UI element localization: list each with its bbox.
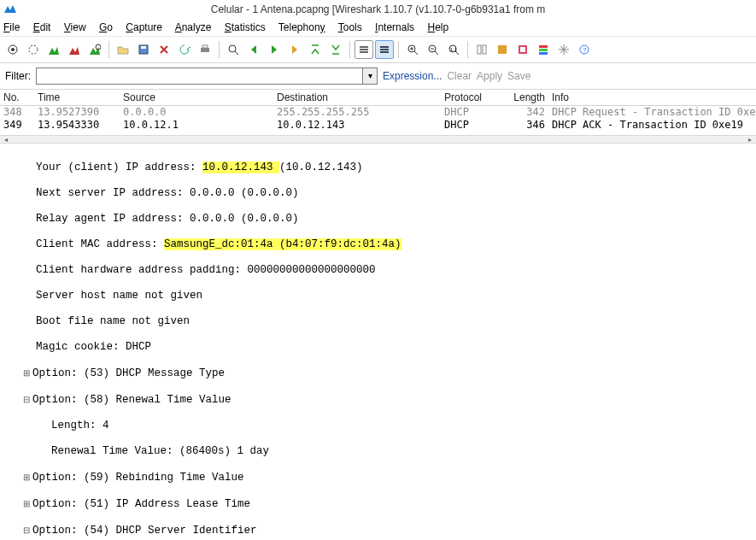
svg-rect-9: [360, 46, 368, 48]
expand-icon[interactable]: ⊞: [21, 471, 32, 484]
save-filter-button[interactable]: Save: [507, 70, 530, 82]
svg-rect-6: [201, 48, 209, 52]
svg-rect-5: [141, 46, 146, 49]
svg-rect-19: [478, 45, 481, 54]
scroll-right-icon[interactable]: ▸: [744, 136, 756, 143]
filter-toolbar: Filter: ▾ Expression... Clear Apply Save: [0, 63, 756, 90]
coloring-rules-icon[interactable]: [534, 40, 553, 59]
menu-edit[interactable]: Edit: [33, 21, 51, 33]
svg-rect-10: [360, 49, 368, 50]
detail-row[interactable]: Your (client) IP address: 10.0.12.143 (1…: [5, 161, 756, 174]
menu-tools[interactable]: Tools: [338, 21, 362, 33]
separator: [349, 41, 350, 58]
filter-dropdown-button[interactable]: ▾: [362, 68, 378, 85]
svg-rect-7: [202, 45, 208, 48]
close-icon[interactable]: [155, 40, 173, 59]
display-filters-icon[interactable]: [513, 40, 532, 59]
zoom-reset-icon[interactable]: 1:1: [444, 40, 463, 59]
goto-icon[interactable]: [285, 40, 304, 59]
back-icon[interactable]: [244, 40, 263, 59]
separator: [108, 41, 109, 58]
menu-go[interactable]: Go: [99, 21, 113, 33]
menu-analyze[interactable]: Analyze: [175, 21, 212, 33]
interfaces-icon[interactable]: [3, 40, 22, 59]
collapse-icon[interactable]: ⊟: [21, 524, 32, 537]
find-icon[interactable]: [224, 40, 243, 59]
print-icon[interactable]: [196, 40, 214, 59]
col-info[interactable]: Info: [548, 90, 756, 105]
detail-row[interactable]: Magic cookie: DHCP: [5, 341, 756, 354]
reload-icon[interactable]: [175, 40, 194, 59]
packet-list[interactable]: 348 13.9527390 0.0.0.0 255.255.255.255 D…: [0, 106, 756, 135]
start-capture-icon[interactable]: [44, 40, 63, 59]
packet-detail-tree[interactable]: Your (client) IP address: 10.0.12.143 (1…: [0, 144, 756, 540]
forward-icon[interactable]: [265, 40, 284, 59]
menu-help[interactable]: Help: [427, 21, 448, 33]
svg-text:1:1: 1:1: [450, 47, 458, 52]
svg-rect-12: [380, 46, 389, 48]
svg-rect-26: [539, 52, 548, 55]
col-protocol[interactable]: Protocol: [441, 90, 501, 105]
stop-capture-icon[interactable]: [65, 40, 84, 59]
expand-icon[interactable]: ⊞: [21, 367, 32, 379]
toolbar: 1:1 ?: [0, 37, 756, 63]
col-destination[interactable]: Destination: [273, 90, 441, 105]
tree-node[interactable]: ⊟Option: (58) Renewal Time Value: [5, 393, 756, 407]
svg-rect-11: [360, 51, 368, 53]
svg-rect-20: [483, 45, 486, 54]
col-no[interactable]: No.: [0, 90, 34, 105]
col-length[interactable]: Length: [501, 90, 548, 105]
collapse-icon[interactable]: ⊟: [21, 393, 32, 406]
capture-filters-icon[interactable]: [493, 40, 512, 59]
zoom-out-icon[interactable]: [424, 40, 442, 59]
help-icon[interactable]: ?: [575, 40, 594, 59]
filter-label: Filter:: [5, 70, 31, 82]
expand-icon[interactable]: ⊞: [21, 497, 32, 510]
menu-telephony[interactable]: Telephony: [278, 21, 325, 33]
detail-row[interactable]: Server host name not given: [5, 290, 756, 302]
detail-row[interactable]: Next server IP address: 0.0.0.0 (0.0.0.0…: [5, 187, 756, 200]
clear-button[interactable]: Clear: [447, 70, 472, 82]
wireshark-logo-icon: [3, 2, 17, 19]
scroll-left-icon[interactable]: ◂: [0, 136, 12, 143]
menu-capture[interactable]: Capture: [126, 21, 162, 33]
detail-row[interactable]: Boot file name not given: [5, 315, 756, 328]
detail-row[interactable]: Relay agent IP address: 0.0.0.0 (0.0.0.0…: [5, 213, 756, 226]
first-icon[interactable]: [306, 40, 325, 59]
tree-node[interactable]: ⊞Option: (53) DHCP Message Type: [5, 367, 756, 380]
tree-node[interactable]: ⊟Option: (54) DHCP Server Identifier: [5, 524, 756, 537]
detail-row[interactable]: Client hardware address padding: 0000000…: [5, 264, 756, 277]
window-titlebar: Celular - 1 Antena.pcapng [Wireshark 1.1…: [0, 0, 756, 19]
col-time[interactable]: Time: [34, 90, 120, 105]
options-icon[interactable]: [24, 40, 43, 59]
menubar: FFileile Edit View Go Capture Analyze St…: [0, 19, 756, 37]
menu-statistics[interactable]: Statistics: [225, 21, 266, 33]
menu-view[interactable]: View: [64, 21, 86, 33]
colorize-icon[interactable]: [355, 40, 373, 59]
open-icon[interactable]: [114, 40, 132, 59]
detail-row[interactable]: Length: 4: [5, 420, 756, 432]
autoscroll-icon[interactable]: [375, 40, 394, 59]
detail-row[interactable]: Renewal Time Value: (86400s) 1 day: [5, 445, 756, 458]
zoom-in-icon[interactable]: [403, 40, 422, 59]
packet-list-header: No. Time Source Destination Protocol Len…: [0, 90, 756, 106]
packet-row[interactable]: 349 13.9543330 10.0.12.1 10.0.12.143 DHC…: [0, 119, 756, 132]
col-source[interactable]: Source: [120, 90, 273, 105]
packet-list-scrollbar[interactable]: ◂ ▸: [0, 135, 756, 144]
expression-button[interactable]: Expression...: [383, 70, 442, 82]
packet-row[interactable]: 348 13.9527390 0.0.0.0 255.255.255.255 D…: [0, 106, 756, 119]
tree-node[interactable]: ⊞Option: (59) Rebinding Time Value: [5, 471, 756, 484]
window-title: Celular - 1 Antena.pcapng [Wireshark 1.1…: [211, 3, 546, 15]
detail-row[interactable]: Client MAC address: SamsungE_dc:01:4a (b…: [5, 238, 756, 251]
menu-file[interactable]: FFileile: [3, 21, 20, 33]
preferences-icon[interactable]: [554, 40, 573, 59]
svg-rect-23: [520, 47, 525, 52]
menu-internals[interactable]: Internals: [375, 21, 414, 33]
resize-columns-icon[interactable]: [472, 40, 491, 59]
last-icon[interactable]: [326, 40, 345, 59]
filter-input[interactable]: [36, 68, 362, 85]
apply-button[interactable]: Apply: [477, 70, 502, 82]
tree-node[interactable]: ⊞Option: (51) IP Address Lease Time: [5, 497, 756, 511]
save-icon[interactable]: [134, 40, 153, 59]
restart-capture-icon[interactable]: [85, 40, 104, 59]
